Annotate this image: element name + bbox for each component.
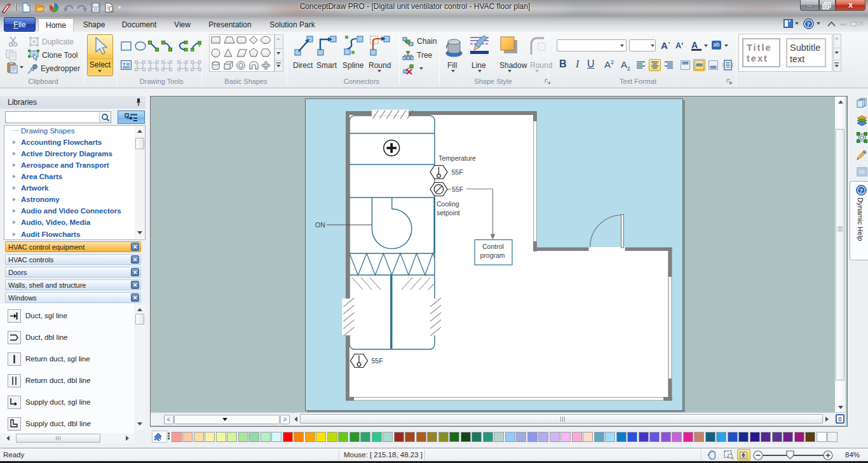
svg-text:Temperature: Temperature [438,154,476,162]
svg-text:55F: 55F [452,185,463,193]
svg-text:Control: Control [482,243,504,250]
svg-text:?: ? [806,20,810,28]
svg-text:setpoint: setpoint [437,209,460,217]
svg-text:T: T [123,62,126,67]
svg-text:Cooling: Cooling [437,200,459,208]
svg-text:55F: 55F [371,357,383,365]
svg-text:?: ? [859,187,862,194]
svg-text:ON: ON [315,221,325,229]
svg-text:55F: 55F [451,168,463,176]
svg-text:program: program [480,252,505,259]
